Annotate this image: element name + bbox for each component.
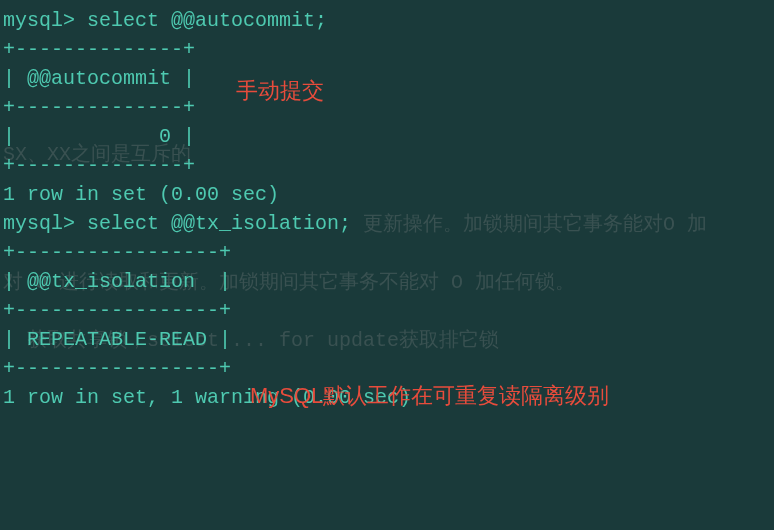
table2-header: | @@tx_isolation | xyxy=(3,267,771,296)
table1-value: | 0 | xyxy=(3,122,771,151)
result1: 1 row in set (0.00 sec) xyxy=(3,180,771,209)
table2-sep-bot: +-----------------+ xyxy=(3,354,771,383)
table1-sep-bot: +--------------+ xyxy=(3,151,771,180)
table2-sep-top: +-----------------+ xyxy=(3,238,771,267)
query1-line: mysql> select @@autocommit; xyxy=(3,6,771,35)
query1-sql: select @@autocommit; xyxy=(87,9,327,32)
query2-line: mysql> select @@tx_isolation; xyxy=(3,209,771,238)
mysql-prompt: mysql> xyxy=(3,212,87,235)
annotation-manual-commit: 手动提交 xyxy=(236,75,324,107)
table1-sep-mid: +--------------+ xyxy=(3,93,771,122)
table1-header: | @@autocommit | xyxy=(3,64,771,93)
annotation-isolation-level: MySQL默认工作在可重复读隔离级别 xyxy=(250,380,609,412)
table1-sep-top: +--------------+ xyxy=(3,35,771,64)
table2-value: | REPEATABLE-READ | xyxy=(3,325,771,354)
table2-sep-mid: +-----------------+ xyxy=(3,296,771,325)
query2-sql: select @@tx_isolation; xyxy=(87,212,351,235)
mysql-prompt: mysql> xyxy=(3,9,87,32)
